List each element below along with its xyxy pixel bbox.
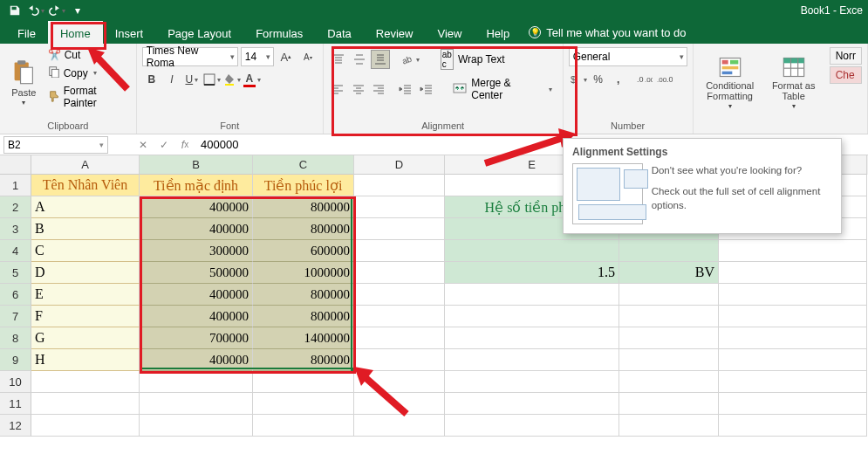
cell[interactable] xyxy=(31,393,140,415)
percent-format-icon[interactable]: % xyxy=(589,70,608,89)
cell[interactable]: 400000 xyxy=(140,349,253,371)
cell[interactable] xyxy=(445,327,619,349)
name-box[interactable]: ▾ xyxy=(3,136,108,154)
row-header-9[interactable]: 9 xyxy=(0,349,31,371)
cell[interactable] xyxy=(619,240,719,262)
cell[interactable] xyxy=(719,327,867,349)
cell[interactable] xyxy=(719,284,867,306)
cut-button[interactable]: ✂️ Cut xyxy=(46,47,131,63)
cell[interactable] xyxy=(619,393,719,415)
tab-insert[interactable]: Insert xyxy=(103,21,156,44)
paste-button[interactable]: Paste ▾ xyxy=(5,47,43,120)
cell[interactable]: 1400000 xyxy=(253,327,354,349)
conditional-formatting-button[interactable]: Conditional Formatting▾ xyxy=(699,47,762,120)
tab-file[interactable]: File xyxy=(5,21,48,44)
cell[interactable] xyxy=(354,284,445,306)
cell[interactable]: A xyxy=(31,196,140,218)
cell[interactable] xyxy=(354,306,445,327)
cell[interactable]: Tên Nhân Viên xyxy=(31,175,140,196)
cell[interactable] xyxy=(354,240,445,262)
row-header-7[interactable]: 7 xyxy=(0,306,31,327)
row-header-12[interactable]: 12 xyxy=(0,415,31,437)
cell[interactable] xyxy=(445,393,619,415)
row-header-2[interactable]: 2 xyxy=(0,196,31,218)
row-header-1[interactable]: 1 xyxy=(0,175,31,196)
cell[interactable] xyxy=(445,349,619,371)
cancel-icon[interactable]: ✕ xyxy=(133,136,154,154)
cell[interactable] xyxy=(354,371,445,393)
cell[interactable] xyxy=(445,415,619,437)
align-left-icon[interactable] xyxy=(329,79,347,99)
cell-style-normal[interactable]: Norr xyxy=(830,47,862,65)
cell[interactable] xyxy=(140,371,253,393)
cell[interactable]: 800000 xyxy=(253,218,354,240)
cell[interactable] xyxy=(445,306,619,327)
cell[interactable] xyxy=(354,218,445,240)
row-header-8[interactable]: 8 xyxy=(0,327,31,349)
tab-help[interactable]: Help xyxy=(474,21,522,44)
cell[interactable] xyxy=(719,371,867,393)
tab-view[interactable]: View xyxy=(425,21,474,44)
cell[interactable] xyxy=(445,284,619,306)
select-all-corner[interactable] xyxy=(0,155,31,175)
tab-review[interactable]: Review xyxy=(364,21,426,44)
cell[interactable] xyxy=(445,240,619,262)
undo-icon[interactable] xyxy=(26,2,45,19)
redo-icon[interactable] xyxy=(47,2,66,19)
cell[interactable] xyxy=(619,284,719,306)
font-name-combo[interactable]: Times New Roma xyxy=(142,47,238,66)
cell-style-check[interactable]: Che xyxy=(830,66,862,84)
fx-icon[interactable]: fx xyxy=(174,136,195,154)
cell[interactable] xyxy=(253,393,354,415)
cell[interactable]: 800000 xyxy=(253,349,354,371)
cell[interactable] xyxy=(445,371,619,393)
wrap-text-button[interactable]: abc Wrap Text xyxy=(435,47,510,72)
row-header-3[interactable]: 3 xyxy=(0,218,31,240)
cell[interactable] xyxy=(719,306,867,327)
align-middle-icon[interactable] xyxy=(350,50,369,69)
cell[interactable]: 800000 xyxy=(253,306,354,327)
underline-button[interactable]: U xyxy=(182,70,202,89)
cell[interactable] xyxy=(619,306,719,327)
cell[interactable] xyxy=(719,262,867,284)
selection-handle[interactable] xyxy=(351,368,356,373)
number-format-combo[interactable]: General xyxy=(569,47,687,66)
bold-button[interactable]: B xyxy=(142,70,161,89)
column-header-A[interactable]: A xyxy=(31,155,140,175)
cell[interactable] xyxy=(140,393,253,415)
align-bottom-icon[interactable] xyxy=(371,50,390,69)
cell[interactable]: 1000000 xyxy=(253,262,354,284)
copy-button[interactable]: Copy xyxy=(46,64,131,82)
font-color-button[interactable]: A xyxy=(243,70,262,89)
font-size-combo[interactable]: 14 xyxy=(241,47,274,66)
cell[interactable] xyxy=(619,415,719,437)
tab-home[interactable]: Home xyxy=(48,21,103,44)
align-right-icon[interactable] xyxy=(370,79,388,99)
cell[interactable]: 400000 xyxy=(140,306,253,327)
cell[interactable]: C xyxy=(31,240,140,262)
tell-me[interactable]: 💡 Tell me what you want to do xyxy=(529,21,686,44)
row-header-11[interactable]: 11 xyxy=(0,393,31,415)
cell[interactable] xyxy=(140,415,253,437)
cell[interactable] xyxy=(354,262,445,284)
column-header-D[interactable]: D xyxy=(354,155,445,175)
tab-data[interactable]: Data xyxy=(315,21,363,44)
cell[interactable]: F xyxy=(31,306,140,327)
row-header-4[interactable]: 4 xyxy=(0,240,31,262)
cell[interactable]: 1.5 xyxy=(445,262,619,284)
cell[interactable] xyxy=(354,415,445,437)
format-as-table-button[interactable]: Format as Table▾ xyxy=(767,47,821,120)
cell[interactable] xyxy=(31,371,140,393)
cell[interactable] xyxy=(719,240,867,262)
align-center-icon[interactable] xyxy=(349,79,367,99)
cell[interactable] xyxy=(719,415,867,437)
decrease-indent-icon[interactable] xyxy=(397,79,415,99)
border-button[interactable] xyxy=(202,70,222,89)
cell[interactable]: H xyxy=(31,349,140,371)
cell[interactable]: 400000 xyxy=(140,218,253,240)
format-painter-button[interactable]: Format Painter xyxy=(46,83,131,111)
cell[interactable]: D xyxy=(31,262,140,284)
italic-button[interactable]: I xyxy=(162,70,181,89)
merge-center-button[interactable]: Merge & Center xyxy=(448,75,557,103)
cell[interactable] xyxy=(354,393,445,415)
